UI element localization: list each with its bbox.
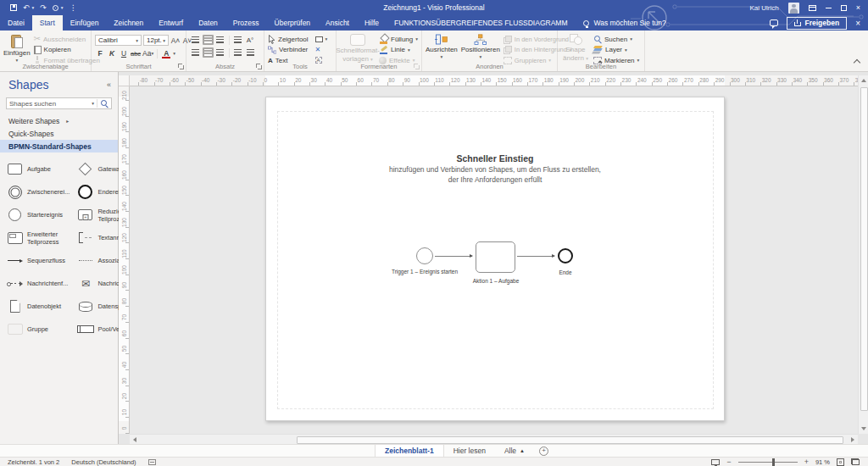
underline-button[interactable]: U (119, 48, 129, 58)
font-color-caret-icon[interactable]: ▾ (173, 51, 175, 56)
undo-icon[interactable]: ↶ (23, 4, 30, 12)
zoom-level[interactable]: 91 % (815, 458, 830, 466)
tab-datei[interactable]: Datei (0, 15, 32, 31)
tab-überprüfen[interactable]: Überprüfen (267, 15, 319, 31)
font-color-button[interactable]: A (161, 48, 171, 58)
page-tab-hier-lesen[interactable]: Hier lesen (444, 445, 495, 457)
bold-button[interactable]: F (95, 48, 105, 58)
align-middle-button[interactable] (203, 47, 214, 58)
presentation-mode-icon[interactable] (711, 459, 720, 465)
vertical-scrollbar-thumb[interactable] (860, 87, 868, 411)
user-avatar[interactable] (788, 3, 799, 14)
start-event-shape[interactable] (416, 247, 433, 264)
search-magnifier-icon[interactable] (100, 99, 108, 108)
tab-zeichnen[interactable]: Zeichnen (106, 15, 151, 31)
position-button[interactable]: Positionieren ▾ (461, 33, 500, 60)
more-shapes-item[interactable]: Weitere Shapes▸ (0, 114, 118, 127)
layers-button[interactable]: Layer▾ (593, 46, 639, 54)
canvas-viewport[interactable]: Schneller Einstieg hinzufügen und Verbin… (130, 86, 858, 434)
zoom-slider[interactable] (738, 462, 798, 463)
paste-button[interactable]: Einfügen ▾ (3, 33, 31, 64)
tab-hilfe[interactable]: Hilfe (357, 15, 387, 31)
search-caret-icon[interactable]: ▾ (92, 101, 94, 106)
stencil-item-group[interactable]: Gruppe (0, 318, 70, 341)
quick-styles-button[interactable]: Schnellformat- vorlagen ▾ (340, 33, 376, 63)
redo-icon[interactable]: ↷ (40, 4, 47, 12)
align-center-button[interactable] (203, 35, 214, 45)
collapse-ribbon-icon[interactable] (854, 59, 860, 66)
shapes-search-input[interactable] (9, 100, 89, 108)
add-page-button[interactable]: + (539, 447, 548, 456)
scroll-up-icon[interactable] (859, 75, 868, 86)
undo-caret-icon[interactable]: ▾ (32, 5, 35, 10)
stencil-item-intermediate-event[interactable]: Zwischenerei... (0, 180, 70, 203)
horizontal-scrollbar[interactable] (130, 434, 858, 444)
tab-start[interactable]: Start (32, 15, 63, 31)
quick-shapes-item[interactable]: Quick-Shapes (0, 127, 118, 140)
bpmn-stencil-item[interactable]: BPMN-Standard-Shapes (0, 140, 118, 153)
horizontal-scrollbar-thumb[interactable] (297, 436, 843, 444)
tab-prozess[interactable]: Prozess (225, 15, 267, 31)
find-button[interactable]: Suchen▾ (593, 35, 639, 43)
zoom-in-button[interactable]: + (804, 458, 809, 466)
stencil-item-start-event[interactable]: Startereignis (0, 203, 70, 226)
sequence-flow-connector-1[interactable] (435, 256, 472, 257)
zoom-out-button[interactable]: − (726, 458, 731, 466)
vertical-scrollbar[interactable] (858, 75, 868, 434)
stencil-item-sequence-flow[interactable]: Sequenzfluss (0, 249, 70, 272)
maximize-button[interactable] (841, 5, 847, 11)
switch-windows-icon[interactable] (851, 458, 860, 465)
scroll-down-icon[interactable] (859, 424, 868, 434)
pointer-tool-button[interactable]: Zeigertool (268, 35, 309, 43)
comments-icon[interactable] (770, 19, 778, 26)
close-button[interactable]: × (856, 3, 860, 12)
rectangle-tool-button[interactable]: ▾ (315, 35, 328, 43)
page-tab-zeichenblatt-1[interactable]: Zeichenblatt-1 (375, 445, 444, 457)
touch-mode-caret-icon[interactable]: ▾ (61, 5, 64, 10)
proofing-icon[interactable] (148, 459, 156, 465)
font-family-select[interactable]: Calibri▾ (95, 35, 142, 46)
tab-daten[interactable]: Daten (191, 15, 225, 31)
page-count-status[interactable]: Zeichenbl. 1 von 2 (8, 458, 59, 466)
copy-button[interactable]: Kopieren (34, 46, 100, 54)
font-dialog-launcher[interactable] (178, 64, 184, 69)
share-button[interactable]: Freigeben (787, 17, 848, 30)
align-right-button[interactable] (214, 35, 225, 45)
language-status[interactable]: Deutsch (Deutschland) (71, 458, 136, 466)
align-top-button[interactable] (190, 47, 201, 58)
line-button[interactable]: Linie▾ (379, 46, 418, 54)
stencil-item-task[interactable]: Aufgabe (0, 158, 70, 180)
collapse-panel-icon[interactable]: « (107, 80, 111, 89)
stencil-item-expanded-subprocess[interactable]: Erweiterter Teilprozess (0, 226, 70, 249)
change-case-button[interactable]: Aa▾ (142, 48, 153, 58)
customize-qat-icon[interactable]: ⋮ (70, 4, 77, 12)
sequence-flow-connector-2[interactable] (517, 256, 554, 257)
save-icon[interactable] (10, 4, 17, 11)
change-shape-button[interactable]: Shape ändern ▾ (561, 33, 590, 62)
cut-button[interactable]: ✂Ausschneiden (34, 35, 100, 43)
grow-font-button[interactable]: A˄ (170, 36, 181, 46)
end-event-shape[interactable] (558, 248, 573, 264)
tell-me-box[interactable]: Was möchten Sie tun? (575, 15, 674, 31)
align-button[interactable]: Ausrichten ▾ (426, 33, 458, 60)
shapes-search-box[interactable]: ▾ (6, 97, 112, 109)
fit-page-icon[interactable] (837, 458, 844, 466)
tab-funktionsübergreifendes-flussdiagramm[interactable]: FUNKTIONSÜBERGREIFENDES FLUSSDIAGRAMM (387, 15, 576, 31)
fill-button[interactable]: Füllung▾ (379, 35, 418, 43)
increase-indent-button[interactable] (245, 47, 256, 58)
drawing-page[interactable]: Schneller Einstieg hinzufügen und Verbin… (265, 97, 725, 421)
bullets-button[interactable] (232, 35, 243, 45)
tab-entwurf[interactable]: Entwurf (151, 15, 191, 31)
ribbon-display-options-icon[interactable] (809, 5, 816, 11)
italic-button[interactable]: K (107, 48, 117, 58)
paragraph-dialog-launcher[interactable] (256, 64, 262, 69)
connector-tool-button[interactable]: Verbinder (268, 46, 309, 54)
task-shape[interactable] (476, 241, 515, 273)
shape-styles-dialog-launcher[interactable] (414, 64, 420, 69)
zoom-slider-thumb[interactable] (772, 458, 775, 466)
text-direction-button[interactable]: A° (245, 35, 256, 45)
stencil-item-data-object[interactable]: Datenobjekt (0, 295, 70, 318)
minimize-button[interactable] (826, 8, 832, 8)
all-pages-button[interactable]: Alle ▲ (495, 447, 534, 455)
tab-ansicht[interactable]: Ansicht (318, 15, 357, 31)
